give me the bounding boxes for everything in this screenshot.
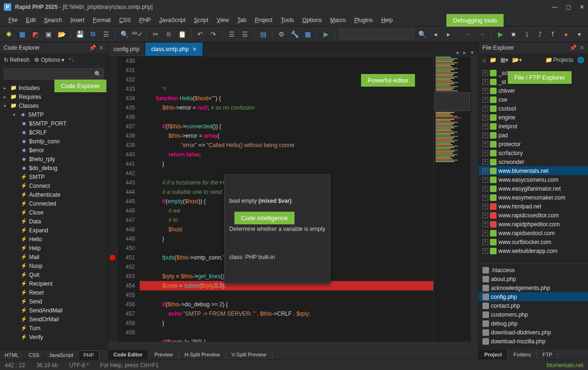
menu-help[interactable]: Help [377,15,397,25]
member-turn[interactable]: ⚡Turn [0,324,107,333]
menu-macro[interactable]: Macro [326,15,349,25]
lang-tab-css[interactable]: CSS [24,350,45,360]
close-button[interactable]: ✕ [580,4,584,10]
new-file-icon[interactable]: ✱ [4,29,14,39]
menu-css[interactable]: CSS [115,15,135,25]
close-tab-icon[interactable]: ✕ [192,46,197,52]
new-folder-icon[interactable]: 📁 [490,57,497,63]
vertical-scrollbar[interactable] [471,56,478,342]
menu-project[interactable]: Project [251,15,276,25]
file-config-php[interactable]: config.php [479,292,588,301]
cut-icon[interactable]: ✂ [151,29,161,39]
pin-icon[interactable]: 📌 [89,44,96,51]
menu-javascript[interactable]: JavaScript [156,15,189,25]
member-error[interactable]: ◆$error [0,146,107,155]
fe-tab-project[interactable]: Project [479,350,508,359]
member-quit[interactable]: ⚡Quit [0,270,107,279]
project-www-htmlpad-net[interactable]: +www.htmlpad.net [479,202,588,211]
member-send[interactable]: ⚡Send [0,297,107,306]
member-crlf[interactable]: ◆$CRLF [0,128,107,137]
horizontal-scrollbar[interactable] [108,342,478,349]
member-connect[interactable]: ⚡Connect [0,181,107,190]
run-icon[interactable]: ▶ [495,29,505,39]
breakpoint-marker[interactable] [110,255,115,260]
code-explorer-search[interactable]: 🔍 [4,68,104,80]
member-mail[interactable]: ⚡Mail [0,252,107,261]
minimap[interactable] [433,56,471,342]
code-editor[interactable]: bool empty (mixed $var) Determine whethe… [140,56,433,342]
class-smtp[interactable]: ▾◆SMTP [0,110,107,119]
menu-tab[interactable]: Tab [234,15,250,25]
refresh-button[interactable]: ↻ Refresh [4,57,30,63]
tab-class-smtp.php[interactable]: class.smtp.php✕ [145,43,203,56]
search-input[interactable] [6,71,94,77]
editor-tab-preview[interactable]: Preview [149,350,179,359]
quick-search-input[interactable] [339,29,414,39]
binoculars-icon[interactable]: 🔍 [417,29,427,39]
menu-file[interactable]: File [5,15,21,25]
copy-icon[interactable]: ⎘ [164,29,174,39]
close-panel-icon[interactable]: ✕ [580,44,584,51]
library-icon[interactable]: ▤ [258,29,268,39]
find-icon[interactable]: 🔍 [119,29,129,39]
project-inetprot[interactable]: +inetprot [479,122,588,131]
tab-next-icon[interactable]: ▸ [463,49,466,56]
stop-icon[interactable]: ■ [508,29,519,39]
file-download-dbdrivers-php[interactable]: download-dbdrivers.php [479,328,588,337]
tool1-icon[interactable]: ⚙ [276,29,286,39]
classes-folder[interactable]: ▾📁Classes [0,101,107,110]
menu-search[interactable]: Search [40,15,66,25]
project-cse[interactable]: +cse [479,95,588,104]
step-over-icon[interactable]: ⤵ [521,29,532,39]
folder-requires[interactable]: ▸📁Requires [0,92,107,101]
menu-options[interactable]: Options [299,15,325,25]
new-js-icon[interactable]: ▣ [43,29,53,39]
project-www-surfblocker-com[interactable]: +www.surfblocker.com [479,237,588,246]
project-www-easygifanimator-net[interactable]: +www.easygifanimator.net [479,184,588,193]
pin-icon[interactable]: 📌 [570,44,577,51]
tool3-icon[interactable]: ▦ [302,29,313,39]
indent-icon[interactable]: ☰ [226,29,237,39]
project-www-rapidcsseditor-com[interactable]: +www.rapidcsseditor.com [479,211,588,220]
project-www-easycssmenu-com[interactable]: +www.easycssmenu.com [479,175,588,184]
tab-prev-icon[interactable]: ◂ [456,49,459,56]
globe-icon[interactable]: 🌐 [577,57,584,63]
project-www-easymenumaker-com[interactable]: +www.easymenumaker.com [479,193,588,202]
project-protector[interactable]: +protector [479,140,588,148]
project-www-rapidseotool-com[interactable]: +www.rapidseotool.com [479,229,588,237]
member-sendormail[interactable]: ⚡SendOrMail [0,315,107,324]
member-help[interactable]: ⚡Help [0,244,107,252]
close-panel-icon[interactable]: ✕ [99,44,104,51]
spellcheck-icon[interactable]: ᴬᴮ✓ [132,29,143,39]
member-smtp_port[interactable]: ◆$SMTP_PORT [0,119,107,128]
member-reset[interactable]: ⚡Reset [0,288,107,297]
member-hello[interactable]: ⚡Hello [0,235,107,244]
outdent-icon[interactable]: ☰ [240,29,250,39]
undo-icon[interactable]: ↶ [195,29,205,39]
member-connected[interactable]: ⚡Connected [0,199,107,208]
fold-gutter[interactable] [108,56,117,342]
tab-config-php[interactable]: config.php [108,43,145,56]
file-contact-php[interactable]: contact.php [479,301,588,310]
preview-icon[interactable]: ▶ [321,29,331,39]
menu-plugins[interactable]: Plugins [351,15,377,25]
project-scrwonder[interactable]: +scrwonder [479,157,588,166]
member-recipient[interactable]: ⚡Recipient [0,279,107,288]
file-download-mozilla-php[interactable]: download-mozilla.php [479,337,588,346]
home-icon[interactable]: ⌂ [482,57,486,63]
menu-insert[interactable]: Insert [67,15,88,25]
file-acknowledgements-php[interactable]: acknowledgements.php [479,283,588,292]
file-about-php[interactable]: about.php [479,274,588,283]
step-out-icon[interactable]: ⤒ [548,29,558,39]
member-do_debug[interactable]: ◆$do_debug [0,163,107,172]
debug-menu-icon[interactable]: ▾ [574,29,584,39]
file-debug-php[interactable]: debug.php [479,319,588,328]
menu-view[interactable]: View [213,15,233,25]
editor-tab-h-split-preview[interactable]: H-Split Preview [179,350,226,359]
fe-tab-ftp[interactable]: FTP [537,350,558,359]
editor-tab-v-split-preview[interactable]: V-Split Preview [226,350,272,359]
redo-icon[interactable]: ↷ [208,29,219,39]
member-noop[interactable]: ⚡Noop [0,261,107,270]
options-button[interactable]: ⚙ Options ▾ [34,57,64,63]
menu-tools[interactable]: Tools [277,15,298,25]
